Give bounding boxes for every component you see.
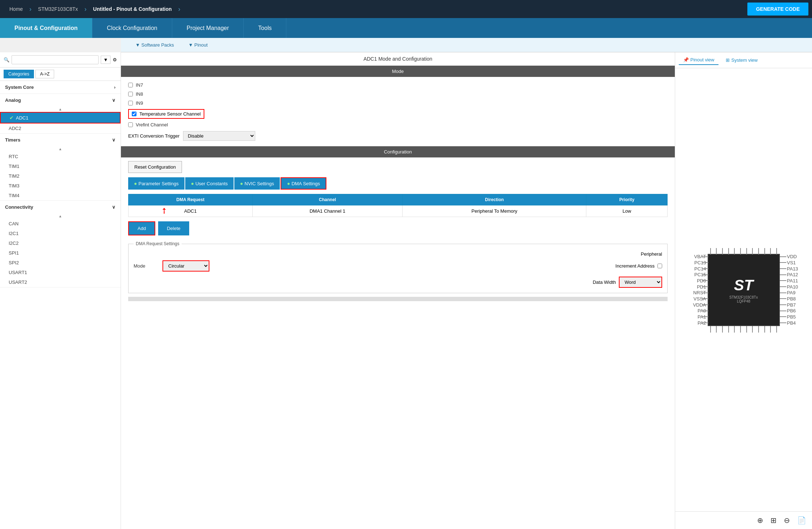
pin <box>776 326 777 333</box>
nav-device[interactable]: STM32F103C8Tx <box>32 3 83 15</box>
section-system-core-header[interactable]: System Core › <box>0 81 121 94</box>
sidebar-item-usart1[interactable]: USART1 <box>0 268 121 277</box>
filter-az[interactable]: A->Z <box>35 70 54 78</box>
checkbox-in9-input[interactable] <box>128 101 133 105</box>
sidebar-item-tim2[interactable]: TIM2 <box>0 171 121 181</box>
horizontal-scrollbar[interactable] <box>128 297 668 301</box>
sidebar-item-tim4[interactable]: TIM4 <box>0 191 121 200</box>
exti-select[interactable]: Disable <box>183 131 255 141</box>
top-pins <box>708 248 780 254</box>
tab-pinout-view[interactable]: 📌 Pinout view <box>679 55 718 65</box>
pin <box>702 256 708 257</box>
sidebar-item-spi2[interactable]: SPI2 <box>0 258 121 268</box>
sidebar-item-tim1[interactable]: TIM1 <box>0 161 121 171</box>
pin <box>780 292 786 293</box>
tab-clock[interactable]: Clock Configuration <box>92 18 172 38</box>
nav-sep-1: › <box>29 5 31 13</box>
pin <box>764 326 765 333</box>
nav-home[interactable]: Home <box>4 3 29 15</box>
settings-icon[interactable]: ⚙ <box>113 57 117 62</box>
reset-config-button[interactable]: Reset Configuration <box>128 161 182 173</box>
mode-select[interactable]: Circular Normal <box>162 260 209 272</box>
pin <box>776 248 777 255</box>
nav-sep-3: › <box>178 5 181 13</box>
pin <box>722 326 723 333</box>
data-width-select[interactable]: Word Half Word Byte <box>619 277 662 288</box>
dma-cell-channel: DMA1 Channel 1 <box>252 205 403 217</box>
filter-categories[interactable]: Categories <box>4 70 34 78</box>
dma-request-settings: DMA Request Settings Peripheral Mode Cir… <box>128 241 668 293</box>
sub-tab-pinout[interactable]: ▼ Pinout <box>181 42 215 48</box>
tab-user-constants[interactable]: ● User Constants <box>185 177 234 190</box>
sidebar-item-can[interactable]: CAN <box>0 219 121 229</box>
data-width-row: Data Width Word Half Word Byte <box>134 277 662 288</box>
sidebar: 🔍 ▼ ⚙ Categories A->Z System Core › Anal… <box>0 52 121 529</box>
pin <box>710 326 711 333</box>
tab-nvic-settings[interactable]: ● NVIC Settings <box>234 177 280 190</box>
section-connectivity-header[interactable]: Connectivity ∨ <box>0 201 121 213</box>
sidebar-item-i2c2[interactable]: I2C2 <box>0 238 121 248</box>
checkbox-in7-input[interactable] <box>128 83 133 87</box>
increment-address-checkbox[interactable] <box>657 264 662 268</box>
tab-system-view[interactable]: ⊞ System view <box>721 55 762 65</box>
param-settings-dot: ● <box>134 181 137 186</box>
pin <box>702 292 708 293</box>
pin <box>702 311 708 311</box>
user-constants-dot: ● <box>191 181 194 186</box>
pin <box>780 280 786 281</box>
tab-tools[interactable]: Tools <box>244 18 286 38</box>
zoom-out-button[interactable]: ⊖ <box>784 516 790 525</box>
sidebar-item-i2c1[interactable]: I2C1 <box>0 229 121 238</box>
zoom-in-button[interactable]: ⊕ <box>757 516 763 525</box>
sub-tab-software-packs[interactable]: ▼ Software Packs <box>128 42 181 48</box>
sidebar-item-adc2[interactable]: ADC2 <box>0 123 121 133</box>
sidebar-item-spi1[interactable]: SPI1 <box>0 248 121 258</box>
section-analog-header[interactable]: Analog ∨ <box>0 94 121 107</box>
sidebar-search-row: 🔍 ▼ ⚙ <box>0 52 121 68</box>
adc1-checkmark: ✔ <box>9 115 14 121</box>
content-title: ADC1 Mode and Configuration <box>121 52 675 66</box>
pin <box>780 262 786 263</box>
scroll-up-timers[interactable]: ▲ <box>0 146 121 152</box>
dma-cell-request: ADC1 <box>129 205 253 217</box>
sidebar-item-rtc[interactable]: RTC <box>0 152 121 161</box>
pin <box>710 248 711 255</box>
sidebar-item-adc1[interactable]: ✔ ADC1 <box>0 112 121 123</box>
generate-code-button[interactable]: GENERATE CODE <box>747 3 808 16</box>
checkbox-vrefint-input[interactable] <box>128 122 133 127</box>
checkbox-in8-input[interactable] <box>128 92 133 96</box>
add-button[interactable]: Add <box>128 221 155 235</box>
dma-request-settings-label: DMA Request Settings <box>134 241 182 246</box>
temp-sensor-checkbox[interactable] <box>132 112 136 116</box>
pin <box>746 326 747 333</box>
checkbox-in7: IN7 <box>128 81 668 90</box>
pin <box>770 248 771 255</box>
export-button[interactable]: 📄 <box>797 516 806 525</box>
tab-dma-settings[interactable]: ● DMA Settings <box>281 177 326 190</box>
bottom-toolbar: ⊕ ⊞ ⊖ 📄 <box>675 511 812 529</box>
temp-sensor-row: Temperature Sensor Channel <box>128 109 204 119</box>
delete-button[interactable]: Delete <box>158 221 189 235</box>
tab-parameter-settings[interactable]: ● Parameter Settings <box>128 177 184 190</box>
search-dropdown[interactable]: ▼ <box>101 56 110 64</box>
search-input[interactable] <box>12 55 99 64</box>
mode-section: IN7 IN8 IN9 Temperature Sensor Channel V… <box>121 77 675 146</box>
pin <box>780 298 786 299</box>
config-section: Reset Configuration ● Parameter Settings… <box>121 157 675 306</box>
tab-pinout[interactable]: Pinout & Configuration <box>0 18 92 38</box>
sidebar-item-tim3[interactable]: TIM3 <box>0 181 121 191</box>
tab-project-manager[interactable]: Project Manager <box>172 18 244 38</box>
nvic-settings-dot: ● <box>240 181 243 186</box>
action-buttons: Add Delete <box>128 221 668 235</box>
main-tabs: Pinout & Configuration Clock Configurati… <box>0 18 812 38</box>
view-tabs: 📌 Pinout view ⊞ System view <box>675 52 812 68</box>
mode-row: Mode Circular Normal Increment Address <box>134 260 662 272</box>
scroll-up-connectivity[interactable]: ▲ <box>0 213 121 219</box>
section-timers-header[interactable]: Timers ∨ <box>0 134 121 146</box>
fit-button[interactable]: ⊞ <box>770 516 777 525</box>
pin <box>702 316 708 317</box>
nav-project[interactable]: Untitled - Pinout & Configuration <box>87 3 178 15</box>
right-pins <box>780 254 786 326</box>
sidebar-item-usart2[interactable]: USART2 <box>0 277 121 287</box>
scroll-up-analog[interactable]: ▲ <box>0 107 121 112</box>
